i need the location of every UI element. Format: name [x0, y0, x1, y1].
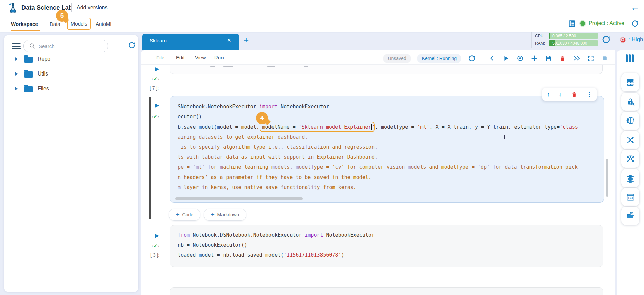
search-input[interactable] [38, 42, 105, 50]
move-cell-down-icon[interactable]: ↓ [559, 91, 562, 97]
kernel-refresh-icon[interactable] [467, 54, 476, 62]
add-code-cell-button[interactable]: + Code [169, 209, 200, 221]
cpu-label: CPU: [535, 34, 545, 38]
sidebar-folder-utils[interactable]: Utils [11, 68, 132, 81]
layers-tool-button[interactable] [621, 169, 639, 187]
code-editor[interactable]: from Notebook.DSNotebook.NotebookExecuto… [178, 230, 602, 260]
add-markdown-cell-button[interactable]: + Markdown [204, 209, 246, 221]
menu-run[interactable]: Run [214, 55, 224, 60]
caret-right-icon[interactable] [15, 87, 18, 90]
code-cell-selected[interactable]: SNotebook.NotebookExecutor import Notebo… [170, 96, 604, 203]
active-tab-underline [11, 30, 40, 31]
folder-label: Repo [38, 56, 50, 62]
run-cell-play-icon[interactable]: ▶ [155, 66, 159, 72]
folder-label: Utils [38, 71, 48, 77]
cell-executed-check-icon: ‹✓› [152, 76, 159, 82]
nav-item-automl[interactable]: AutoML [96, 21, 113, 27]
ai-brain-icon [626, 116, 635, 126]
cpu-usage-fill [549, 33, 550, 39]
code-cell[interactable]: from Notebook.DSNotebook.NotebookExecuto… [170, 225, 603, 267]
add-cell-icon[interactable] [530, 54, 538, 62]
cut-text-fragment [267, 66, 275, 67]
file-manager-tool-button[interactable] [621, 207, 639, 225]
loops-window-tool-button[interactable]: (∞) [621, 188, 639, 206]
new-tab-icon[interactable]: + [244, 35, 249, 45]
menu-view[interactable]: View [195, 55, 206, 60]
annotation-badge-4: 4 [256, 112, 268, 124]
pipelines-tool-button[interactable] [621, 131, 639, 149]
lock-key-icon [626, 97, 635, 106]
hamburger-menu-icon[interactable] [12, 43, 21, 49]
search-icon [29, 42, 36, 49]
nav-item-data[interactable]: Data [50, 21, 60, 27]
journal-icon[interactable] [568, 19, 576, 28]
annotation-highlight-box: modelName = 'Sklearn_model_Explainer [260, 122, 374, 132]
network-hub-icon [626, 154, 635, 163]
columns-layout-icon[interactable] [626, 54, 634, 62]
menu-edit[interactable]: Edit [176, 55, 185, 60]
open-folder-docs-icon [626, 211, 635, 220]
nav-item-workspace[interactable]: Workspace [11, 21, 38, 27]
execution-count: [ 3 ]: [150, 252, 159, 258]
search-box [23, 40, 108, 52]
delete-cell-icon[interactable] [571, 91, 577, 98]
app-logo-flask-icon [7, 2, 19, 14]
plus-icon: + [176, 211, 180, 218]
sidebar-refresh-icon[interactable] [128, 41, 136, 49]
move-cell-up-icon[interactable]: ↑ [547, 91, 550, 97]
run-all-icon[interactable] [573, 54, 581, 62]
cell-partial-bottom[interactable] [170, 287, 603, 295]
caret-right-icon[interactable] [15, 57, 18, 61]
vertical-scrollbar[interactable] [606, 159, 608, 197]
add-versions-button[interactable]: Add versions [77, 5, 108, 11]
resources-refresh-icon[interactable] [601, 35, 611, 44]
cell-actions-toolbar: ↑ ↓ ⋮ [542, 88, 597, 101]
code-editor[interactable]: SNotebook.NotebookExecutor import Notebo… [178, 102, 602, 192]
horizontal-scrollbar[interactable] [175, 197, 303, 200]
divider [531, 32, 532, 48]
back-arrow-icon[interactable]: ← [630, 2, 640, 13]
ml-models-tool-button[interactable] [621, 112, 639, 130]
run-cell-play-icon[interactable]: ▶ [155, 103, 159, 108]
add-code-label: Code [182, 212, 193, 217]
save-notebook-icon[interactable] [544, 54, 552, 62]
cpu-usage-bar: 0.065 / 2.500 [549, 33, 598, 39]
caret-right-icon[interactable] [15, 72, 18, 76]
cell-more-options-icon[interactable]: ⋮ [586, 91, 592, 97]
top-header: Data Science Lab Add versions ← [0, 0, 644, 16]
ram-label: RAM: [535, 41, 545, 46]
menu-file[interactable]: File [156, 55, 164, 60]
delete-cell-icon[interactable] [558, 54, 566, 62]
cell-partial-top[interactable] [170, 65, 603, 74]
collapse-left-icon[interactable] [488, 54, 496, 62]
connections-tool-button[interactable] [621, 150, 639, 168]
execution-count: [ 7 ]: [150, 85, 159, 91]
credentials-tool-button[interactable] [621, 93, 639, 111]
selected-cell-indicator [149, 97, 151, 219]
shuffle-icon [626, 135, 635, 145]
main-nav: Workspace Data Models AutoML Project : A… [0, 16, 644, 32]
project-status-label: Project : Active [589, 20, 624, 27]
ram-usage-value: 501.030 / 4048.000 [552, 41, 587, 46]
cpu-chip-icon [619, 36, 627, 44]
nav-item-models[interactable]: Models [67, 18, 91, 30]
cell-executed-check-icon: ‹✓› [152, 113, 159, 119]
tab-label: Sklearn [150, 38, 167, 43]
run-cell-play-icon[interactable]: ▶ [155, 233, 159, 238]
datasets-tool-button[interactable] [621, 73, 639, 91]
sidebar-folder-files[interactable]: Files [11, 83, 132, 95]
run-cell-icon[interactable] [502, 54, 510, 62]
target-icon[interactable] [516, 54, 524, 62]
sidebar-folder-repo[interactable]: Repo [11, 54, 132, 66]
tab-close-icon[interactable]: ✕ [227, 37, 231, 43]
notebook-tab-sklearn[interactable]: Sklearn ✕ [142, 34, 239, 50]
cell-executed-check-icon: ‹✓› [152, 243, 159, 249]
kernel-status-badge[interactable]: Kernel : Running [417, 54, 461, 63]
project-refresh-icon[interactable] [631, 20, 639, 28]
folder-icon [24, 86, 33, 92]
divider [616, 32, 616, 48]
cpu-usage-value: 0.065 / 2.500 [552, 34, 576, 38]
fullscreen-icon[interactable] [587, 54, 595, 62]
app-root: Data Science Lab Add versions ← Workspac… [0, 0, 644, 295]
stop-kernel-icon[interactable] [601, 54, 609, 62]
